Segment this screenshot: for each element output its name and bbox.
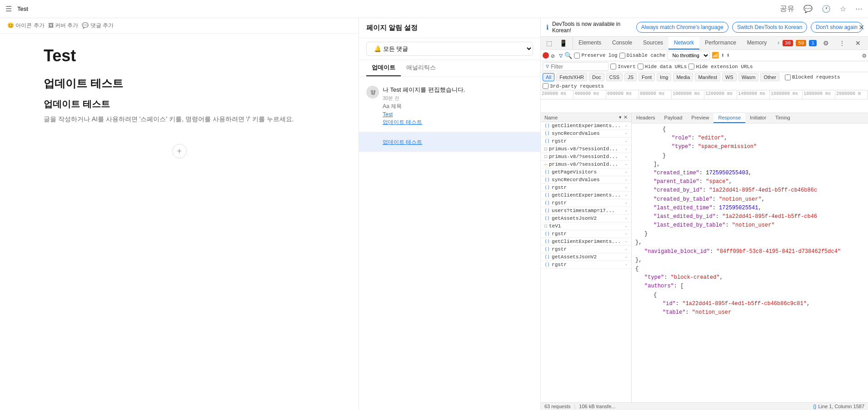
tab-more[interactable]: » — [772, 37, 779, 49]
inspect-icon[interactable]: ⬚ — [543, 37, 556, 49]
filter-all[interactable]: All — [543, 73, 554, 81]
table-row[interactable]: ⟨⟩getAssetsJsonV2- — [541, 253, 631, 261]
table-row[interactable]: □primus-v8/?sessionId...- — [541, 145, 631, 153]
tab-initiator[interactable]: Initiator — [745, 113, 771, 123]
list-item[interactable]: 양 나 Test 페이지를 편집했습니다. 30분 전 Aa 제목 Test 업… — [359, 80, 540, 132]
ws-icon: □ — [544, 147, 547, 152]
devtools-settings-icon[interactable]: ⚙ — [819, 37, 833, 49]
add-icon-btn[interactable]: 😊 아이콘 추가 — [7, 22, 45, 30]
tab-elements[interactable]: Elements — [573, 37, 607, 49]
search-icon[interactable]: 🔍 — [564, 52, 572, 59]
table-row[interactable]: ⟨⟩getClientExperiments...- — [541, 122, 631, 130]
table-row[interactable]: ⟨⟩getClientExperiments...- — [541, 192, 631, 199]
preserve-log-checkbox[interactable]: Preserve log — [574, 53, 617, 59]
list-item[interactable]: 업데이트 테스트 — [359, 132, 540, 152]
notif-filter-select[interactable]: 🔔 모든 댓글 — [366, 42, 533, 56]
devtools-close-icon[interactable]: ✕ — [852, 37, 864, 49]
table-row[interactable]: ⟨⟩rgstr- — [541, 138, 631, 145]
table-row[interactable]: □primus-v8/?sessionId...- — [541, 153, 631, 161]
hide-ext-urls-checkbox[interactable]: Hide extension URLs — [688, 64, 753, 69]
tab-response[interactable]: Response — [713, 113, 745, 123]
add-cover-btn[interactable]: 🖼 커버 추가 — [48, 22, 79, 30]
table-row[interactable]: ⟨⟩syncRecordValues- — [541, 130, 631, 138]
share-button[interactable]: 공유 — [778, 2, 796, 15]
devtools-panel: ℹ DevTools is now available in Korean! A… — [541, 18, 868, 410]
tab-sources[interactable]: Sources — [638, 37, 668, 49]
filter-row: ▽ Invert Hide data URLs Hide extension U… — [541, 61, 868, 72]
filter-img[interactable]: Img — [657, 73, 671, 81]
always-match-btn[interactable]: Always match Chrome's language — [636, 22, 728, 33]
add-block-button[interactable]: + — [172, 144, 187, 158]
table-row[interactable]: ⟨⟩getAssetsJsonV2- — [541, 215, 631, 222]
table-row[interactable]: ⟨⟩rgstr- — [541, 184, 631, 192]
table-row[interactable]: ⟨⟩syncRecordValues- — [541, 176, 631, 184]
tab-headers[interactable]: Headers — [632, 113, 660, 123]
filter-wasm[interactable]: Wasm — [738, 73, 759, 81]
xhr-icon: ⟨⟩ — [544, 193, 550, 198]
table-row[interactable]: ⟨⟩rgstr- — [541, 246, 631, 253]
xhr-icon: ⟨⟩ — [544, 216, 550, 221]
download-icon[interactable]: ⬇ — [726, 52, 730, 59]
menu-icon[interactable]: ☰ — [4, 3, 14, 15]
sort-icon[interactable]: ▾ — [619, 114, 622, 120]
table-row[interactable]: ⟨⟩getPageVisitors- — [541, 168, 631, 176]
tab-analytics[interactable]: 애널리틱스 — [401, 60, 441, 76]
filter-manifest[interactable]: Manifest — [695, 73, 720, 81]
filter-icon[interactable]: ▽ — [559, 52, 563, 59]
dont-show-btn[interactable]: Don't show again — [811, 22, 863, 33]
more-icon[interactable]: ⋯ — [853, 3, 864, 15]
filter-css[interactable]: CSS — [606, 73, 623, 81]
filter-other[interactable]: Other — [760, 73, 779, 81]
banner-close-btn[interactable]: ✕ — [858, 23, 864, 32]
filter-ws[interactable]: WS — [722, 73, 737, 81]
invert-checkbox[interactable]: Invert — [610, 64, 636, 69]
tab-console[interactable]: Console — [607, 37, 638, 49]
filter-fetch-xhr[interactable]: Fetch/XHR — [556, 73, 587, 81]
filter-font[interactable]: Font — [639, 73, 655, 81]
table-row[interactable]: □teV1- — [541, 222, 631, 230]
upload-icon[interactable]: ⬆ — [721, 52, 724, 59]
devtools-more-icon[interactable]: ⋮ — [835, 37, 849, 49]
add-comment-btn[interactable]: 💬 댓글 추가 — [82, 22, 114, 30]
page-body-text: 글을 작성하거나 AI를 사용하려면 '스페이스' 키를, 명령어를 사용하려면… — [44, 114, 315, 124]
devtools-tabs: Elements Console Sources Network Perform… — [573, 37, 779, 49]
device-icon[interactable]: 📱 — [556, 37, 571, 49]
tab-memory[interactable]: Memory — [742, 37, 772, 49]
third-party-checkbox[interactable]: 3rd-party requests — [543, 83, 604, 89]
comment-icon[interactable]: 💬 — [802, 3, 814, 15]
tab-payload[interactable]: Payload — [660, 113, 687, 123]
tab-timing[interactable]: Timing — [771, 113, 795, 123]
table-row[interactable]: ↔primus-v8/?sessionId...- — [541, 161, 631, 168]
collapse-icon[interactable]: ✕ — [624, 114, 628, 120]
table-row[interactable]: ⟨⟩getClientExperiments...- — [541, 238, 631, 246]
table-row[interactable]: ⟨⟩users?timestamp=17...- — [541, 207, 631, 215]
clear-button[interactable]: ⊘ — [551, 52, 557, 59]
table-row[interactable]: ⟨⟩rgstr- — [541, 261, 631, 269]
table-row[interactable]: ⟨⟩rgstr- — [541, 230, 631, 238]
name-column-header: Name — [544, 115, 558, 120]
transfer-size: 106 kB transfe... — [579, 404, 615, 409]
filter-input[interactable] — [551, 64, 605, 70]
xhr-icon: ⟨⟩ — [544, 239, 550, 244]
request-name: rgstr — [552, 185, 623, 190]
blocked-requests-checkbox[interactable]: Blocked requests — [785, 74, 840, 80]
hide-data-urls-checkbox[interactable]: Hide data URLs — [638, 64, 687, 69]
tab-network[interactable]: Network — [668, 37, 699, 49]
request-name: getClientExperiments... — [552, 123, 623, 128]
network-settings-icon[interactable]: ⚙ — [863, 52, 866, 59]
filter-doc[interactable]: Doc — [589, 73, 604, 81]
tab-updates[interactable]: 업데이트 — [366, 60, 401, 76]
star-icon[interactable]: ☆ — [838, 3, 848, 15]
throttle-select[interactable]: No throttling — [667, 51, 710, 60]
table-row[interactable]: ⟨⟩rgstr- — [541, 199, 631, 207]
switch-korean-btn[interactable]: Switch DevTools to Korean — [732, 22, 807, 33]
filter-js[interactable]: JS — [624, 73, 637, 81]
tab-preview[interactable]: Preview — [687, 113, 713, 123]
add-block-area: + — [0, 144, 359, 158]
filter-media[interactable]: Media — [673, 73, 693, 81]
history-icon[interactable]: 🕐 — [820, 3, 833, 15]
wifi-icon: 📶 — [712, 52, 719, 59]
tab-performance[interactable]: Performance — [699, 37, 742, 49]
record-button[interactable] — [543, 52, 549, 59]
disable-cache-checkbox[interactable]: Disable cache — [619, 53, 666, 59]
